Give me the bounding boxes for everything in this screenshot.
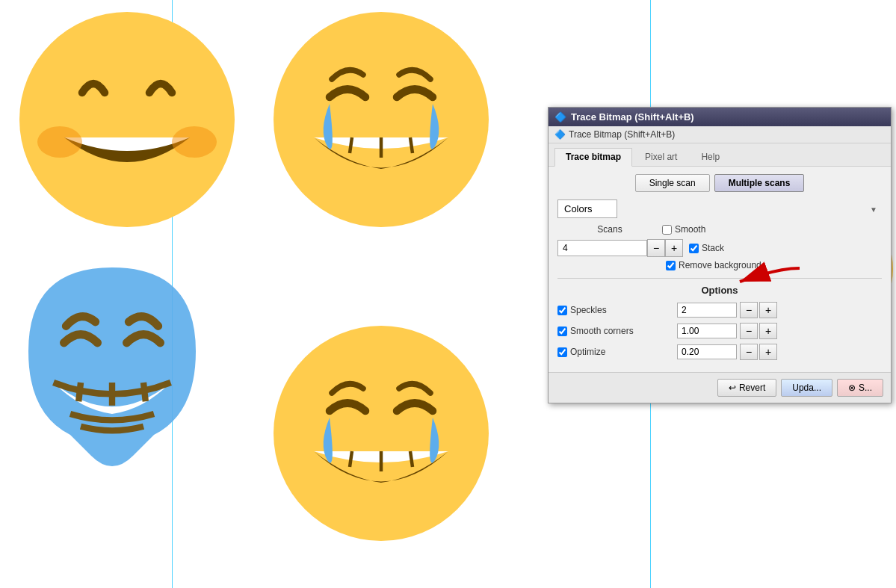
tab-trace-bitmap[interactable]: Trace bitmap <box>554 148 632 167</box>
speckles-row: Speckles 2 − + <box>557 302 882 318</box>
stop-button[interactable]: ⊗ S... <box>837 379 883 397</box>
subtitle-icon: 🔷 <box>554 129 566 140</box>
stack-checkbox[interactable] <box>689 244 699 253</box>
scans-number-row: − + Stack <box>557 239 882 257</box>
trace-bitmap-dialog: 🔷 Trace Bitmap (Shift+Alt+B) 🔷 Trace Bit… <box>548 107 892 403</box>
colors-dropdown-row: Colors Grays Brightness ▼ <box>557 199 882 218</box>
speckles-plus-button[interactable]: + <box>759 302 777 318</box>
multiple-scans-button[interactable]: Multiple scans <box>714 174 805 192</box>
svg-line-4 <box>350 137 352 153</box>
options-title: Options <box>557 285 882 296</box>
dialog-tabs: Trace bitmap Pixel art Help <box>549 143 891 167</box>
emoji-blue-traced <box>7 247 217 478</box>
smooth-corners-label: Smooth corners <box>557 326 677 336</box>
revert-icon: ↩ <box>729 383 736 393</box>
svg-line-7 <box>78 383 81 401</box>
svg-line-11 <box>350 451 352 467</box>
smooth-corners-value-input[interactable]: 1.00 <box>677 324 737 338</box>
emoji-yellow-plain <box>15 7 239 232</box>
stack-label: Stack <box>702 243 724 253</box>
single-scan-button[interactable]: Single scan <box>635 174 710 192</box>
optimize-checkbox[interactable] <box>557 347 567 357</box>
optimize-label-text: Optimize <box>570 347 605 357</box>
svg-point-10 <box>274 326 489 541</box>
update-button[interactable]: Upda... <box>781 379 832 397</box>
smooth-corners-plus-button[interactable]: + <box>759 323 777 339</box>
optimize-label: Optimize <box>557 347 677 357</box>
colors-dropdown-wrapper: Colors Grays Brightness ▼ <box>557 199 882 218</box>
dialog-body: Single scan Multiple scans Colors Grays … <box>549 167 891 372</box>
update-label: Upda... <box>792 383 821 393</box>
remove-bg-row: Remove background <box>557 260 882 270</box>
revert-button[interactable]: ↩ Revert <box>717 379 776 397</box>
smooth-label-text: Smooth <box>675 224 705 235</box>
optimize-row: Optimize 0.20 − + <box>557 344 882 360</box>
svg-point-2 <box>172 126 217 158</box>
smooth-checkbox-label: Smooth <box>662 224 705 235</box>
colors-dropdown[interactable]: Colors Grays Brightness <box>557 199 617 218</box>
optimize-value-input[interactable]: 0.20 <box>677 344 737 359</box>
dropdown-arrow-icon: ▼ <box>870 205 877 213</box>
svg-line-13 <box>410 451 413 467</box>
svg-point-1 <box>37 126 82 158</box>
remove-bg-checkbox[interactable] <box>666 261 676 270</box>
optimize-minus-button[interactable]: − <box>740 344 758 360</box>
optimize-plus-button[interactable]: + <box>759 344 777 360</box>
smooth-corners-row: Smooth corners 1.00 − + <box>557 323 882 339</box>
speckles-checkbox[interactable] <box>557 306 567 315</box>
divider <box>557 278 882 279</box>
revert-label: Revert <box>739 383 765 393</box>
smooth-corners-label-text: Smooth corners <box>570 326 634 336</box>
tab-pixel-art[interactable]: Pixel art <box>634 148 688 166</box>
dialog-title: Trace Bitmap (Shift+Alt+B) <box>571 111 694 123</box>
scans-input[interactable] <box>557 240 647 256</box>
speckles-minus-button[interactable]: − <box>740 302 758 318</box>
scan-mode-buttons: Single scan Multiple scans <box>557 174 882 192</box>
dialog-subtitle: 🔷 Trace Bitmap (Shift+Alt+B) <box>549 126 891 143</box>
remove-bg-label: Remove background <box>679 260 761 270</box>
speckles-value-input[interactable]: 2 <box>677 303 737 318</box>
scans-smooth-row: Scans Smooth <box>557 224 882 235</box>
subtitle-text: Trace Bitmap (Shift+Alt+B) <box>569 129 675 140</box>
dialog-icon: 🔷 <box>554 111 566 123</box>
svg-point-3 <box>274 12 489 227</box>
dialog-titlebar: 🔷 Trace Bitmap (Shift+Alt+B) <box>549 108 891 126</box>
stop-icon: ⊗ <box>848 383 856 393</box>
smooth-corners-minus-button[interactable]: − <box>740 323 758 339</box>
speckles-label: Speckles <box>557 305 677 315</box>
smooth-checkbox[interactable] <box>662 225 672 235</box>
tab-help[interactable]: Help <box>690 148 731 166</box>
scans-plus-button[interactable]: + <box>665 239 683 257</box>
stop-label: S... <box>859 383 872 393</box>
emoji-laughing-tears-1 <box>269 7 493 239</box>
speckles-label-text: Speckles <box>570 305 607 315</box>
emoji-laughing-tears-2 <box>269 321 493 560</box>
svg-line-9 <box>143 383 146 401</box>
scans-minus-button[interactable]: − <box>647 239 665 257</box>
dialog-footer: ↩ Revert Upda... ⊗ S... <box>549 372 891 403</box>
svg-point-0 <box>19 12 235 227</box>
svg-line-6 <box>410 137 413 153</box>
scans-label: Scans <box>557 224 662 235</box>
smooth-corners-checkbox[interactable] <box>557 327 567 336</box>
